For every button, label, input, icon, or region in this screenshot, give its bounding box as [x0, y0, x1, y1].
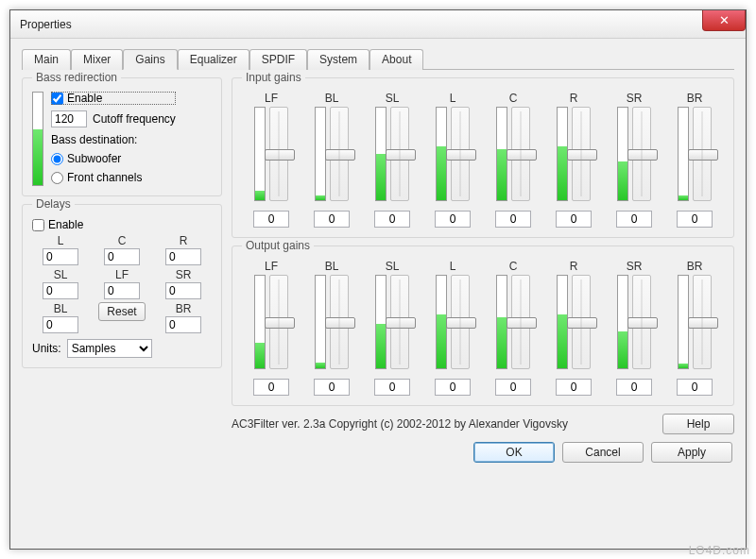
- tab-spdif[interactable]: SPDIF: [249, 49, 307, 70]
- output-gain-slider-thumb-BL[interactable]: [325, 317, 355, 329]
- input-gain-slider-thumb-R[interactable]: [567, 149, 597, 161]
- output-gain-value-SR[interactable]: [616, 379, 652, 396]
- close-button[interactable]: ✕: [702, 10, 746, 31]
- input-gain-slider-LF[interactable]: [269, 107, 288, 201]
- output-gain-slider-BR[interactable]: [693, 275, 712, 369]
- input-gain-slider-thumb-L[interactable]: [446, 149, 476, 161]
- output-gain-slider-BL[interactable]: [330, 275, 349, 369]
- input-gain-slider-SL[interactable]: [390, 107, 409, 201]
- tab-system[interactable]: System: [307, 49, 369, 70]
- help-button[interactable]: Help: [662, 414, 734, 434]
- apply-button[interactable]: Apply: [651, 442, 732, 463]
- output-gain-value-L[interactable]: [435, 379, 471, 396]
- input-gain-meter-fill-BR: [679, 195, 688, 200]
- input-gain-slider-thumb-SL[interactable]: [386, 149, 416, 161]
- output-gain-value-BL[interactable]: [314, 379, 350, 396]
- ok-button[interactable]: OK: [473, 442, 555, 463]
- output-gain-slider-R[interactable]: [572, 275, 591, 369]
- subwoofer-radio[interactable]: Subwoofer: [51, 152, 176, 165]
- delays-reset-button[interactable]: Reset: [98, 302, 145, 321]
- input-gain-meter-fill-SL: [376, 154, 386, 200]
- front-channels-radio-input[interactable]: [51, 172, 63, 184]
- output-gain-channel-SL: SL: [363, 260, 421, 396]
- output-gain-label-BR: BR: [687, 260, 703, 273]
- output-gain-value-BR[interactable]: [677, 379, 713, 396]
- input-gain-slider-thumb-BR[interactable]: [688, 149, 718, 161]
- tab-mixer[interactable]: Mixer: [71, 49, 123, 70]
- cutoff-frequency-input[interactable]: [51, 110, 87, 127]
- input-gain-slider-BR[interactable]: [693, 107, 712, 201]
- delays-enable-input[interactable]: [32, 219, 44, 231]
- input-gain-value-L[interactable]: [435, 211, 471, 228]
- input-gain-slider-L[interactable]: [451, 107, 470, 201]
- output-gain-slider-thumb-SR[interactable]: [627, 317, 658, 329]
- delay-input-L[interactable]: [43, 248, 78, 265]
- input-gain-value-C[interactable]: [495, 211, 531, 228]
- output-gain-meter-fill-LF: [255, 343, 265, 368]
- input-gain-channel-C: C: [484, 92, 542, 228]
- input-gain-label-SR: SR: [627, 92, 643, 105]
- delay-input-BR[interactable]: [165, 316, 201, 333]
- delay-input-SR[interactable]: [165, 282, 201, 299]
- input-gain-slider-SR[interactable]: [632, 107, 651, 201]
- output-gain-value-LF[interactable]: [253, 379, 289, 396]
- output-gain-slider-thumb-R[interactable]: [567, 317, 597, 329]
- cancel-button[interactable]: Cancel: [562, 442, 644, 463]
- delays-enable-checkbox[interactable]: Enable: [32, 218, 212, 231]
- bass-enable-checkbox[interactable]: Enable: [51, 92, 176, 105]
- delay-label-SR: SR: [176, 268, 192, 281]
- tab-gains[interactable]: Gains: [123, 49, 177, 70]
- input-gain-slider-R[interactable]: [572, 107, 591, 201]
- units-select[interactable]: Samples: [67, 339, 152, 358]
- input-gain-slider-BL[interactable]: [330, 107, 349, 201]
- input-gain-value-BR[interactable]: [677, 211, 713, 228]
- input-gain-value-R[interactable]: [556, 211, 592, 228]
- close-icon: ✕: [719, 13, 730, 27]
- bass-redirection-group: Bass redirection Enable Cutoff frequency…: [22, 77, 222, 196]
- output-gain-slider-thumb-LF[interactable]: [265, 317, 295, 329]
- input-gain-value-LF[interactable]: [253, 211, 289, 228]
- input-gain-channel-BR: BR: [665, 92, 724, 228]
- input-gain-value-SL[interactable]: [374, 211, 410, 228]
- output-gain-slider-thumb-SL[interactable]: [386, 317, 416, 329]
- output-gain-slider-thumb-C[interactable]: [507, 317, 537, 329]
- bass-level-meter: [32, 92, 43, 186]
- output-gain-slider-C[interactable]: [511, 275, 530, 369]
- output-gain-slider-SL[interactable]: [390, 275, 409, 369]
- output-gain-slider-thumb-BR[interactable]: [688, 317, 718, 329]
- output-gain-value-R[interactable]: [556, 379, 592, 396]
- output-gain-slider-LF[interactable]: [269, 275, 288, 369]
- delay-input-R[interactable]: [165, 248, 201, 265]
- input-gain-value-SR[interactable]: [616, 211, 652, 228]
- output-gain-slider-L[interactable]: [451, 275, 470, 369]
- output-gain-label-SR: SR: [627, 260, 643, 273]
- input-gain-meter-fill-C: [497, 149, 507, 200]
- tab-about[interactable]: About: [369, 49, 423, 70]
- tab-main[interactable]: Main: [22, 49, 71, 70]
- delay-label-BL: BL: [54, 302, 68, 315]
- delay-input-BL[interactable]: [43, 316, 78, 333]
- output-gain-value-C[interactable]: [495, 379, 531, 396]
- input-gain-slider-thumb-C[interactable]: [507, 149, 537, 161]
- front-channels-label: Front channels: [67, 171, 142, 184]
- delay-label-LF: LF: [115, 268, 129, 281]
- front-channels-radio[interactable]: Front channels: [51, 171, 176, 184]
- input-gain-slider-C[interactable]: [511, 107, 530, 201]
- input-gain-value-BL[interactable]: [314, 211, 350, 228]
- input-gain-slider-thumb-BL[interactable]: [325, 149, 355, 161]
- tab-equalizer[interactable]: Equalizer: [178, 49, 249, 70]
- input-gain-label-BR: BR: [687, 92, 703, 105]
- input-gain-slider-thumb-LF[interactable]: [265, 149, 295, 161]
- delays-legend: Delays: [32, 197, 75, 211]
- delay-input-LF[interactable]: [104, 282, 140, 299]
- delay-input-C[interactable]: [104, 248, 140, 265]
- delay-input-SL[interactable]: [43, 282, 78, 299]
- output-gain-slider-thumb-L[interactable]: [446, 317, 476, 329]
- subwoofer-radio-input[interactable]: [51, 153, 63, 165]
- delays-group: Delays Enable L C R SL LF SR BL Reset: [22, 204, 222, 368]
- output-gain-slider-SR[interactable]: [632, 275, 651, 369]
- bass-enable-input[interactable]: [51, 93, 63, 105]
- input-gain-slider-thumb-SR[interactable]: [627, 149, 658, 161]
- tab-strip: Main Mixer Gains Equalizer SPDIF System …: [22, 48, 734, 70]
- output-gain-value-SL[interactable]: [374, 379, 410, 396]
